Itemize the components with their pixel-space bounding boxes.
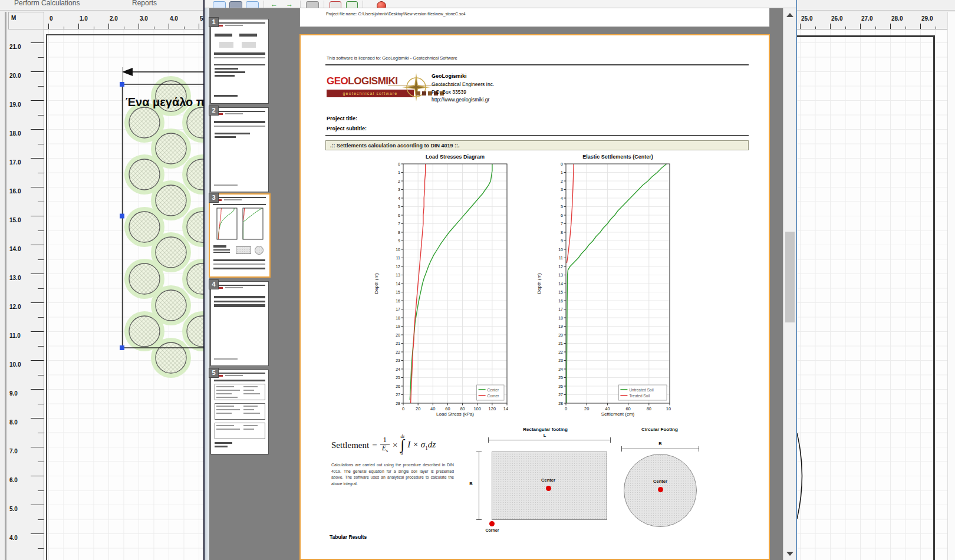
ruler-major-tick [31,533,44,534]
svg-text:19: 19 [396,324,400,328]
chart-svg: Load Stresses Diagram0204060801001201400… [373,152,508,419]
ruler-major-tick [199,24,199,29]
drawing-text-label[interactable]: Ένα μεγάλο πέ [126,95,204,108]
cad-canvas-right[interactable] [797,29,947,560]
ruler-major-tick [800,24,801,29]
export-doc-icon[interactable] [346,1,358,8]
selection-handle-mid-left[interactable] [120,214,124,219]
svg-text:11: 11 [396,256,400,260]
svg-text:80: 80 [460,406,465,411]
stone-columns-drawing[interactable]: Ένα μεγάλο πέ [44,29,204,560]
ruler-major-tick [31,360,44,361]
ruler-major-tick [31,216,44,216]
thumbnail-page-3-selected[interactable] [210,195,269,276]
ruler-major-tick [830,24,831,29]
svg-text:14: 14 [396,282,400,286]
ruler-major-tick [31,274,44,274]
ruler-minor-tick [38,86,44,87]
stone-column-circle[interactable] [129,316,160,347]
thumbnail-page-1[interactable] [211,19,268,103]
svg-text:21: 21 [558,341,563,345]
selection-handle-bottom-left[interactable] [120,345,124,350]
ruler-minor-tick [38,115,44,116]
next-page-icon[interactable]: → [284,1,295,8]
chart-svg [216,207,238,241]
partial-circle-drawing[interactable] [797,413,815,531]
menu-item-reports[interactable]: Reports [132,0,157,7]
svg-text:8: 8 [561,230,563,235]
svg-text:13: 13 [558,273,563,277]
export-pdf-icon[interactable] [330,1,341,8]
svg-text:24: 24 [396,367,400,371]
scroll-up-icon[interactable] [786,13,793,17]
dim-label-B: B [467,481,475,486]
logo-tagline: geotechnical software [343,91,398,95]
ruler-tick-label: 18.0 [9,130,21,137]
svg-text:0: 0 [561,162,563,166]
ruler-major-tick [139,24,139,29]
preview-page-3: This software is licensed to: GeoLogismi… [299,34,770,560]
stone-column-circle[interactable] [129,159,160,190]
svg-text:15: 15 [396,290,400,294]
ruler-major-tick [78,24,79,29]
tabular-results-heading: Tabular Results [330,534,367,540]
thumbnail-2-badge: 2 [209,106,219,116]
stone-columns-group[interactable] [129,81,204,373]
prev-page-icon[interactable]: ← [268,1,280,8]
thumbnail-1-badge: 1 [209,17,219,27]
selection-handle-top-left[interactable] [120,82,124,87]
ruler-tick-label: 0 [50,15,53,22]
stone-column-circle[interactable] [129,263,160,294]
svg-text:6: 6 [561,213,563,218]
page-right-edge [933,35,935,560]
ruler-minor-tick [38,375,44,375]
svg-text:22: 22 [396,350,400,354]
fit-width-icon[interactable] [229,1,242,8]
scroll-down-icon[interactable] [786,552,793,556]
stone-column-circle[interactable] [156,290,186,321]
stone-column-circle[interactable] [156,237,186,268]
ruler-major-tick [48,24,49,29]
svg-text:7: 7 [398,222,400,226]
svg-text:7: 7 [561,222,563,226]
fit-page-icon[interactable] [213,1,226,8]
svg-text:26: 26 [396,384,400,388]
ruler-major-tick [860,24,861,29]
company-url: http://www.geologismiki.gr [432,97,489,103]
stone-column-circle[interactable] [129,212,160,242]
print-icon[interactable] [306,1,319,8]
svg-text:1: 1 [398,170,400,174]
svg-text:Load Stresses Diagram: Load Stresses Diagram [426,154,485,160]
menu-item-perform-calculations[interactable]: Perform Calculations [14,0,80,7]
stone-column-circle[interactable] [156,133,186,164]
preview-scrollbar-thumb[interactable] [785,232,795,322]
app-vertical-scrollbar[interactable] [947,12,955,560]
stone-column-circle[interactable] [129,107,160,138]
svg-text:25: 25 [396,375,400,380]
svg-text:17: 17 [396,307,400,311]
menu-bar-right [797,0,955,11]
svg-text:3: 3 [561,187,563,192]
svg-text:16: 16 [396,299,400,303]
ruler-tick-label: 25.0 [801,15,812,22]
stone-column-circle[interactable] [156,342,186,373]
ruler-major-tick [31,505,44,505]
svg-text:Depth (m): Depth (m) [374,273,379,294]
svg-text:2: 2 [561,179,563,183]
ruler-minor-tick [38,288,44,289]
stone-column-circle[interactable] [156,185,186,216]
application-window: Perform Calculations Reports M 01.02.03.… [0,0,955,560]
ruler-major-tick [31,418,44,419]
zoom-icon[interactable] [246,1,259,8]
ruler-minor-tick [38,173,44,173]
thumbnail-page-4[interactable] [211,282,268,365]
svg-text:60: 60 [445,406,450,411]
project-subtitle-label: Project subtitle: [327,126,367,131]
thumbnail-page-5[interactable] [211,370,268,454]
formula-times: × [393,440,397,450]
close-icon[interactable] [377,1,386,8]
svg-text:4: 4 [561,196,563,200]
thumbnail-page-2[interactable] [211,108,268,192]
license-line: This software is licensed to: GeoLogismi… [327,55,457,61]
preview-scrollbar-track[interactable] [783,8,796,560]
